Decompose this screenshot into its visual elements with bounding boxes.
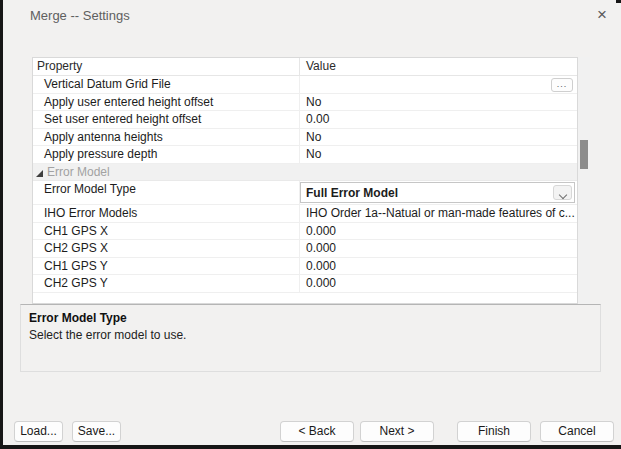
value-cell[interactable]: IHO Order 1a--Natual or man-made feature… [299,205,577,222]
description-title: Error Model Type [29,311,592,325]
property-cell: CH1 GPS Y [33,258,299,275]
column-header-value[interactable]: Value [299,58,577,75]
expander-icon[interactable] [36,170,43,177]
back-button[interactable]: < Back [280,421,354,442]
table-row[interactable]: CH1 GPS Y0.000 [33,258,577,276]
value-cell[interactable]: No [299,146,577,163]
property-cell: Set user entered height offset [33,111,299,128]
screen-corner [616,0,621,3]
table-row[interactable]: Set user entered height offset0.00 [33,111,577,129]
value-cell[interactable]: 0.000 [299,258,577,275]
property-grid-rows: Vertical Datum Grid File...Apply user en… [33,76,577,293]
value-cell[interactable]: 0.000 [299,240,577,257]
column-header-property[interactable]: Property [33,58,299,75]
property-cell: IHO Error Models [33,205,299,222]
close-icon: × [597,5,607,24]
property-cell: CH2 GPS X [33,240,299,257]
value-cell[interactable]: ... [299,76,577,93]
table-row[interactable]: Apply user entered height offsetNo [33,94,577,112]
category-row[interactable]: Error Model [33,164,577,182]
browse-button[interactable]: ... [551,78,573,92]
table-row[interactable]: CH2 GPS Y0.000 [33,275,577,293]
load-button[interactable]: Load... [14,421,63,442]
property-cell: Error Model Type [33,181,299,204]
cancel-button[interactable]: Cancel [540,421,614,442]
description-panel: Error Model Type Select the error model … [20,304,601,372]
property-cell: CH1 GPS X [33,223,299,240]
table-row[interactable]: CH1 GPS X0.000 [33,223,577,241]
table-row[interactable]: Vertical Datum Grid File... [33,76,577,94]
save-button[interactable]: Save... [72,421,121,442]
vertical-scrollbar[interactable] [578,57,590,304]
table-row[interactable]: Apply pressure depthNo [33,146,577,164]
scrollbar-thumb[interactable] [580,140,588,169]
category-label: Error Model [33,164,299,181]
dialog-window: Merge -- Settings × Property Value Verti… [3,0,621,445]
table-row[interactable]: IHO Error ModelsIHO Order 1a--Natual or … [33,205,577,223]
description-text: Select the error model to use. [29,328,592,342]
value-cell[interactable]: 0.000 [299,275,577,292]
value-cell[interactable]: No [299,94,577,111]
property-grid: Property Value Vertical Datum Grid File.… [32,57,578,304]
table-row[interactable]: Apply antenna heightsNo [33,129,577,147]
dropdown-button[interactable] [553,185,572,200]
property-cell: Apply antenna heights [33,129,299,146]
next-button[interactable]: Next > [360,421,434,442]
table-row[interactable]: Error Model TypeFull Error Model [33,181,577,205]
close-button[interactable]: × [590,4,614,28]
screen-background: Merge -- Settings × Property Value Verti… [0,0,621,449]
value-cell[interactable]: Full Error Model [299,181,577,204]
window-title: Merge -- Settings [30,8,130,23]
finish-button[interactable]: Finish [457,421,531,442]
error-model-combobox[interactable]: Full Error Model [300,182,575,203]
value-cell[interactable]: 0.000 [299,223,577,240]
property-cell: Vertical Datum Grid File [33,76,299,93]
property-cell: CH2 GPS Y [33,275,299,292]
property-cell: Apply pressure depth [33,146,299,163]
table-row[interactable]: CH2 GPS X0.000 [33,240,577,258]
property-cell: Apply user entered height offset [33,94,299,111]
value-cell[interactable]: No [299,129,577,146]
grid-header: Property Value [33,58,577,76]
value-cell[interactable]: 0.00 [299,111,577,128]
chevron-down-icon [559,191,567,199]
